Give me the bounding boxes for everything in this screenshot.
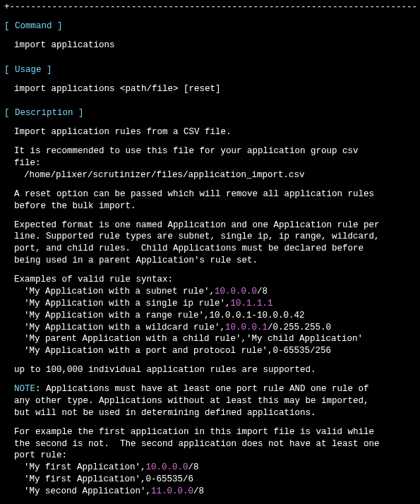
terminal-output: +---------------------------------------… xyxy=(0,0,420,504)
example-3: 'My Application with a range rule',10.0.… xyxy=(14,310,416,322)
final-ex-1: 'My first Application',10.0.0.0/8 xyxy=(14,462,416,474)
desc-filepath: /home/plixer/scrutinizer/files/applicati… xyxy=(14,169,416,181)
desc-reset-1: A reset option can be passed which will … xyxy=(14,188,416,200)
desc-format-3: port, and child rules. Child Application… xyxy=(14,243,416,255)
desc-limit: up to 100,000 individual application rul… xyxy=(14,364,416,376)
ip-literal: 10.0.0.0 xyxy=(215,287,257,296)
ip-literal: 10.1.1.1 xyxy=(231,299,273,308)
ip-literal: 10.0.0.1 xyxy=(225,323,268,332)
example-6: 'My Application with a port and protocol… xyxy=(14,345,416,357)
desc-recommend-1: It is recommended to use this file for y… xyxy=(14,145,416,157)
example-5: 'My parent Application with a child rule… xyxy=(14,333,416,345)
usage-text: import applications <path/file> [reset] xyxy=(14,83,416,95)
forex-3: port rule: xyxy=(14,450,416,462)
note-line-2: any other type. Applications without at … xyxy=(14,395,416,407)
desc-format-1: Expected format is one named Application… xyxy=(14,220,416,232)
note-line-1: NOTE: Applications must have at least on… xyxy=(14,383,416,395)
examples-header: Examples of valid rule syntax: xyxy=(14,274,416,286)
note-line-3: but will not be used in determining defi… xyxy=(14,407,416,419)
ip-literal: 11.0.0.0 xyxy=(151,486,193,496)
desc-reset-2: before the bulk import. xyxy=(14,200,416,212)
desc-intro: Import application rules from a CSV file… xyxy=(14,126,416,138)
usage-header: [ Usage ] xyxy=(4,64,416,76)
desc-recommend-2: file: xyxy=(14,157,416,169)
forex-2: the second is not. The second applicatio… xyxy=(14,438,416,450)
border-top: +---------------------------------------… xyxy=(4,1,416,13)
final-ex-2: 'My first Application',0-65535/6 xyxy=(14,474,416,486)
command-header: [ Command ] xyxy=(4,20,416,32)
example-1: 'My Application with a subnet rule',10.0… xyxy=(14,286,416,298)
forex-1: For example the first application in thi… xyxy=(14,426,416,438)
example-2: 'My Application with a single ip rule',1… xyxy=(14,298,416,310)
ip-literal: 10.0.0.0 xyxy=(146,462,188,472)
command-text: import applications xyxy=(14,40,416,52)
desc-format-2: line. Supported rule types are subnet, s… xyxy=(14,231,416,243)
desc-format-4: being used in a parent Application's rul… xyxy=(14,255,416,267)
example-4: 'My Application with a wildcard rule',10… xyxy=(14,322,416,334)
final-ex-3: 'My second Application',11.0.0.0/8 xyxy=(14,486,416,498)
description-header: [ Description ] xyxy=(4,107,416,119)
note-label: NOTE xyxy=(14,384,35,394)
